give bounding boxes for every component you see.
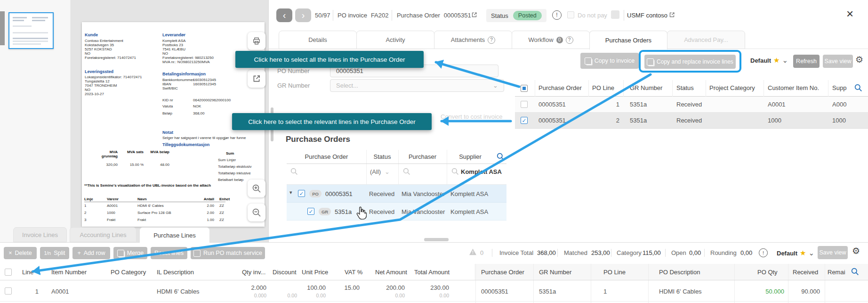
purchaser-filter-input[interactable] <box>403 168 410 177</box>
copy-to-invoice-button[interactable]: Copy to invoice <box>580 53 639 69</box>
tab-invoice-lines[interactable]: Invoice Lines <box>13 227 67 242</box>
cell-po-line: 2 <box>588 117 619 124</box>
supplier-filter-input[interactable] <box>451 168 459 177</box>
search-icon <box>851 268 859 276</box>
doc-vat-value: 48.00 <box>147 163 169 167</box>
page-thumbnail[interactable] <box>8 12 54 49</box>
tab-attachments[interactable]: Attachments ? <box>434 31 512 49</box>
cell-supplier: Komplett ASA <box>450 208 488 215</box>
column-header: GR Number <box>630 84 662 91</box>
doc-line-cell: ZZ <box>219 211 224 215</box>
open-company-link[interactable] <box>669 12 675 19</box>
search-icon <box>497 153 505 161</box>
reset-lines-button[interactable]: Reset lines <box>151 247 187 259</box>
po-breadcrumb: Purchase Order 00005351 <box>397 12 471 19</box>
divider <box>492 249 492 257</box>
doc-line-cell: 2 <box>84 211 86 215</box>
gr-number-select[interactable]: Select... ⌄ <box>330 79 504 92</box>
po-row[interactable]: ▾ ✓ PO 00005351 Received Mia Vanclooster… <box>287 185 506 203</box>
column-header: Project Category <box>709 84 755 91</box>
gr-number-label: GR Number <box>277 82 310 89</box>
select-all-lines-checkbox[interactable] <box>5 269 12 276</box>
doc-attachments-heading: Tilleggsdokumentasjon <box>162 142 209 147</box>
do-not-pay-checkbox[interactable] <box>567 11 574 18</box>
save-view-button[interactable]: Save view <box>823 55 853 68</box>
doc-type-label: PO invoice <box>338 12 367 19</box>
view-selector[interactable]: Default ★ ⌄ <box>777 249 814 257</box>
zoom-in-button[interactable] <box>248 180 265 197</box>
doc-lines-header: Varenr <box>107 197 119 201</box>
thumbnail-panel <box>0 0 71 242</box>
tab-workflow[interactable]: Workflow 0 ? <box>512 31 590 49</box>
zoom-out-icon <box>252 208 261 217</box>
merge-button[interactable]: Merge <box>113 247 147 259</box>
next-invoice-button[interactable]: › <box>295 8 311 22</box>
doc-vat-header: MVA grunnlag <box>99 150 118 158</box>
horizontal-scrollbar[interactable] <box>424 238 449 241</box>
expand-caret-icon[interactable]: ▾ <box>289 189 292 196</box>
doc-note-text: Selger har salgspant i varene til oppgjø… <box>162 136 264 140</box>
tab-accounting-lines[interactable]: Accounting Lines <box>70 227 137 242</box>
po-lines-grid: Purchase Order PO Line GR Number Status … <box>515 80 868 129</box>
settings-gear-icon[interactable]: ⚙ <box>855 54 863 65</box>
po-line-row[interactable]: 00005351 1 5351a Received A0001 A000 <box>515 97 868 113</box>
copy-and-replace-button[interactable]: Copy and replace invoice lines <box>644 55 736 69</box>
split-button[interactable]: 1/n Split <box>40 247 69 259</box>
view-selector[interactable]: Default ★ ⌄ <box>750 56 788 65</box>
cell-total-amount: 230.00 <box>416 284 449 291</box>
search-icon <box>854 84 862 92</box>
gr-row[interactable]: ✓ GR 5351a Received Mia Vanclooster Komp… <box>287 203 506 221</box>
po-line-row[interactable]: ✓ 00005351 2 5351a Received 1000 1000 <box>515 113 868 129</box>
grid-search-icon[interactable] <box>497 153 505 162</box>
partial-thumbnail[interactable] <box>0 11 5 45</box>
external-link-icon <box>471 12 477 18</box>
previous-invoice-button[interactable]: ‹ <box>276 8 292 22</box>
warning-count: 0 <box>480 249 483 256</box>
select-all-lines-checkbox[interactable] <box>521 85 528 92</box>
chevron-down-icon: ⌄ <box>809 249 815 257</box>
refresh-button[interactable]: Refresh <box>793 55 820 68</box>
row-checkbox[interactable] <box>5 287 12 295</box>
tab-purchase-lines[interactable]: Purchase Lines <box>139 227 210 243</box>
row-checkbox[interactable]: ✓ <box>298 190 305 197</box>
total-value: 0,00 <box>740 249 752 256</box>
doc-payment-label: Valuta <box>162 105 173 109</box>
doc-note-heading: Notat <box>162 130 173 135</box>
grid-search-icon[interactable] <box>854 84 862 93</box>
doc-line-cell: Frakt <box>107 218 115 222</box>
run-po-match-button[interactable]: Run PO match service <box>191 247 265 259</box>
cell-vat: 15.00 <box>332 284 360 291</box>
alert-icon[interactable]: ! <box>552 10 562 20</box>
column-header: Line <box>22 269 34 276</box>
delete-button[interactable]: × Delete <box>4 247 37 259</box>
tab-details[interactable]: Details <box>279 31 357 49</box>
tab-label: Attachments <box>451 36 485 43</box>
column-header: Net Amount <box>375 269 407 276</box>
thumbnail-line <box>32 20 45 21</box>
row-checkbox[interactable] <box>521 101 528 108</box>
tab-purchase-orders[interactable]: Purchase Orders <box>589 31 667 49</box>
row-checkbox[interactable]: ✓ <box>307 208 314 215</box>
close-button[interactable]: × <box>846 8 853 20</box>
status-filter-select[interactable]: (All) ⌄ <box>370 168 390 175</box>
settings-gear-icon[interactable]: ⚙ <box>852 246 860 256</box>
grid-search-icon[interactable] <box>851 268 859 277</box>
alert-icon[interactable]: ! <box>759 248 768 257</box>
invoice-line-row[interactable]: 1 A0001 HDMI 6' Cables 2.000 0.000 0.00 … <box>0 280 868 302</box>
save-view-button[interactable]: Save view <box>818 246 848 259</box>
row-checkbox[interactable]: ✓ <box>521 117 528 124</box>
chevron-down-icon: ⌄ <box>782 56 788 65</box>
tab-label: Invoice Lines <box>22 231 58 238</box>
po-filter-input[interactable] <box>290 168 298 177</box>
cell-il-description: HDMI 6' Cables <box>157 288 200 295</box>
add-row-button[interactable]: + Add row <box>72 247 110 259</box>
tab-activity[interactable]: Activity <box>356 31 434 49</box>
divider <box>392 10 392 21</box>
open-external-button[interactable] <box>248 70 265 88</box>
print-button[interactable] <box>248 32 265 50</box>
thumbnail-line <box>13 38 48 39</box>
button-label: Add row <box>84 250 105 256</box>
zoom-out-button[interactable] <box>248 204 265 221</box>
note-icon[interactable] <box>611 10 619 19</box>
open-po-link[interactable] <box>471 12 477 19</box>
